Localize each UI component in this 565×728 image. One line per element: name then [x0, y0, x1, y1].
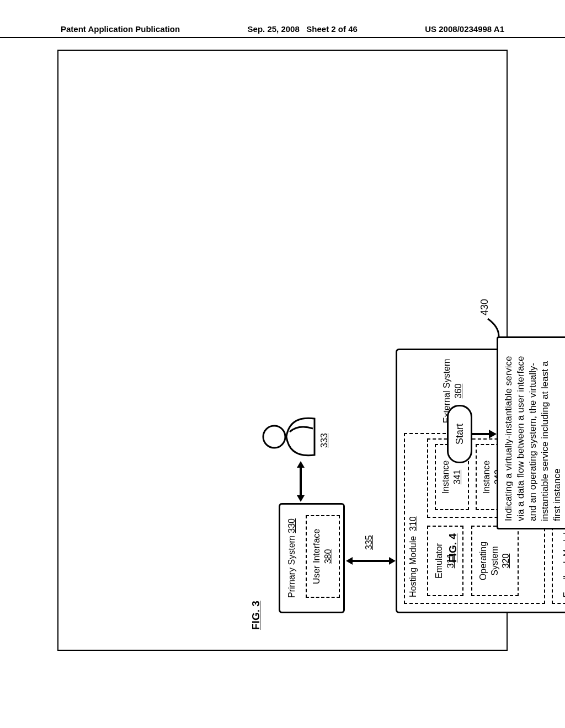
- page-header: Patent Application Publication Sep. 25, …: [0, 24, 565, 38]
- svg-marker-2: [297, 495, 305, 502]
- user-interface-title: User Interface: [311, 529, 323, 584]
- pub-label: Patent Application Publication: [61, 24, 180, 34]
- emulator-title: Emulator: [434, 543, 445, 579]
- user-icon: [262, 412, 319, 462]
- fig3-caption: FIG. 3: [250, 601, 262, 630]
- hosting-module-title: Hosting Module: [408, 536, 418, 597]
- svg-marker-3: [297, 461, 305, 468]
- figure-3: FIG. 3 Primary System 330 User Interface…: [251, 67, 439, 630]
- figure-4: FIG. 4 Start Indicating a virtually-inst…: [447, 77, 565, 563]
- pub-date: Sep. 25, 2008: [248, 24, 300, 34]
- leader-430: [486, 315, 502, 338]
- fig4-caption: FIG. 4: [447, 533, 459, 563]
- svg-marker-8: [489, 430, 497, 438]
- svg-marker-6: [389, 557, 396, 565]
- primary-system-box: Primary System 330 User Interface 380: [279, 503, 345, 613]
- svg-marker-5: [346, 557, 353, 565]
- pub-number: US 2008/0234998 A1: [425, 24, 504, 34]
- sheet-number: Sheet 2 of 46: [306, 24, 358, 34]
- primary-system-title: Primary System: [287, 536, 296, 598]
- arrow-primary-external: [346, 553, 396, 569]
- link-ref: 335: [364, 535, 374, 550]
- svg-point-0: [263, 426, 285, 448]
- primary-system-ref: 330: [287, 518, 296, 533]
- user-interface-box: User Interface 380: [306, 515, 340, 598]
- step-430-ref: 430: [479, 299, 491, 315]
- user-ref: 333: [319, 433, 329, 448]
- start-text: Start: [454, 424, 466, 445]
- arrow-user-primary: [292, 461, 309, 502]
- start-terminator: Start: [447, 405, 472, 463]
- step-430-text: Indicating a virtually-instantiable serv…: [503, 356, 562, 521]
- hosting-module-ref: 310: [408, 516, 418, 531]
- step-430-box: Indicating a virtually-instantiable serv…: [497, 336, 565, 529]
- arrow-start-430: [472, 427, 497, 441]
- user-interface-ref: 380: [323, 549, 334, 564]
